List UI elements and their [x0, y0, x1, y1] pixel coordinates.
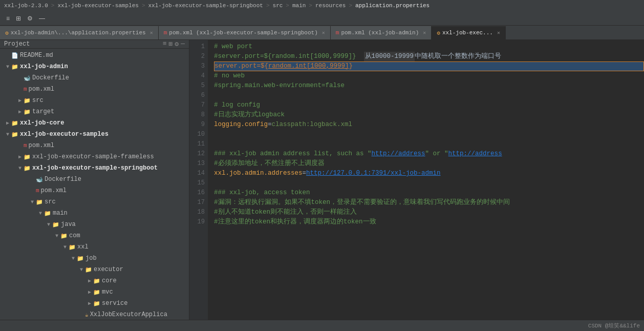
title-bar: xxl-job-2.3.0 > xxl-job-executor-samples…	[0, 0, 644, 11]
tab-app-properties-admin[interactable]: ⚙ xxl-job-admin\...\application.properti…	[0, 26, 159, 39]
docker-icon: 🐋	[36, 176, 43, 183]
settings-button[interactable]: ⚙	[25, 14, 35, 23]
tree-item-xxl-job-admin[interactable]: ▼ 📁 xxl-job-admin	[0, 61, 189, 72]
collapse-all-button[interactable]: ≡	[4, 14, 12, 23]
tree-item-pom3[interactable]: m pom.xml	[0, 185, 189, 196]
code-line-13: #必须添加地址，不然注册不上调度器	[214, 159, 644, 169]
arrow: ▶	[86, 289, 93, 295]
tab-close-icon[interactable]: ✕	[423, 30, 426, 36]
java-file-icon: ☕	[85, 312, 89, 318]
tree-item-executor[interactable]: ▼ 📁 executor	[0, 264, 189, 275]
close-icon[interactable]: —	[181, 40, 185, 48]
tab-app-properties-active[interactable]: ⚙ xxl-job-exec... ✕	[432, 26, 506, 39]
springboot-label: xxl-job-executor-sample-springboot	[32, 164, 158, 172]
tree-item-xxl-job-core[interactable]: ▶ 📁 xxl-job-core	[0, 117, 189, 129]
close-panel-button[interactable]: —	[37, 14, 47, 23]
arrow: ▶	[16, 109, 24, 115]
xml-icon: m	[36, 188, 39, 194]
tab-label: xxl-job-admin\...\application.properties	[11, 30, 146, 36]
breadcrumb-part5: resources	[315, 3, 346, 9]
arrow-admin: ▼	[4, 64, 11, 70]
app-name: xxl-job-2.3.0	[4, 3, 48, 9]
editor: 12345 678910 1112131415 16171819 # web p…	[189, 40, 644, 320]
collapse-icon[interactable]: ≡	[163, 40, 167, 48]
tab-close-icon[interactable]: ✕	[497, 30, 500, 36]
expand-icon[interactable]: ⊞	[169, 40, 173, 48]
samples-label: xxl-job-executor-samples	[20, 131, 109, 138]
watermark-text: CSDN @坦笑&&life	[588, 322, 640, 329]
folder-icon: 📁	[24, 165, 31, 172]
tree-item-pom1[interactable]: m pom.xml	[0, 84, 189, 95]
arrow	[29, 177, 36, 182]
folder-icon: 📁	[60, 233, 68, 239]
executor-label: executor	[94, 266, 123, 273]
tab-close-icon[interactable]: ✕	[150, 30, 153, 36]
core-label: xxl-job-core	[20, 119, 64, 127]
tree-item-mvc[interactable]: ▶ 📁 mvc	[0, 286, 189, 298]
sidebar-header: Project ≡ ⊞ ⚙ —	[0, 40, 189, 49]
code-line-16: ### xxl-job, access token	[214, 188, 644, 198]
tree-item-dockerfile1[interactable]: 🐋 Dockerfile	[0, 72, 189, 84]
arrow	[78, 312, 85, 318]
line-numbers: 12345 678910 1112131415 16171819	[189, 40, 208, 320]
tree-item-target1[interactable]: ▶ 📁 target	[0, 106, 189, 117]
target-label: target	[32, 108, 54, 115]
readme-icon: 📄	[11, 52, 18, 59]
src-label: src	[32, 97, 44, 104]
xxl-label: xxl	[77, 243, 89, 251]
tree-item-dockerfile2[interactable]: 🐋 Dockerfile	[0, 174, 189, 185]
sidebar-title: Project	[4, 40, 30, 48]
folder-icon: 📁	[69, 244, 76, 251]
code-line-14: xxl.job.admin.addresses=http://127.0.0.1…	[214, 169, 644, 178]
tree-item-java[interactable]: ▼ 📁 java	[0, 219, 189, 230]
tree-item-core[interactable]: ▶ 📁 core	[0, 275, 189, 286]
code-content[interactable]: # web port #server.port=${random.int[100…	[208, 40, 644, 320]
docker-icon: 🐋	[24, 75, 31, 81]
xml-icon: m	[24, 142, 27, 149]
arrow: ▼	[16, 166, 24, 171]
arrow: ▼	[37, 211, 44, 216]
settings-icon[interactable]: ⚙	[175, 40, 179, 48]
tree-item-xxljobapp[interactable]: ☕ XxlJobExecutorApplica	[0, 309, 189, 320]
folder-icon: 📁	[36, 199, 43, 205]
folder-icon: 📁	[24, 154, 31, 160]
code-line-18: #别人不知道token则不能注入，否则一样能注入	[214, 208, 644, 217]
code-line-11	[214, 139, 644, 149]
tab-label: pom.xml (xxl-job-executor-sample-springb…	[169, 30, 317, 36]
tab-pom-springboot[interactable]: m pom.xml (xxl-job-executor-sample-sprin…	[159, 26, 331, 39]
props-icon: ⚙	[5, 30, 9, 36]
folder-icon: 📁	[85, 266, 92, 273]
tree-item-service[interactable]: ▶ 📁 service	[0, 298, 189, 309]
tree-item-pom2[interactable]: m pom.xml	[0, 140, 189, 151]
main-area: Project ≡ ⊞ ⚙ — 📄 README.md ▼ 📁 xxl-job-…	[0, 40, 644, 320]
tree-item-job[interactable]: ▼ 📁 job	[0, 253, 189, 264]
folder-icon: 📁	[11, 131, 18, 138]
tree-item-xxl-job-executor-samples[interactable]: ▼ 📁 xxl-job-executor-samples	[0, 129, 189, 140]
expand-all-button[interactable]: ⊞	[14, 14, 23, 23]
tab-pom-admin[interactable]: m pom.xml (xxl-job-admin) ✕	[331, 26, 432, 39]
src-label: src	[45, 198, 56, 205]
tab-close-icon[interactable]: ✕	[322, 30, 325, 36]
arrow: ▶	[4, 120, 11, 126]
status-bar: CSDN @坦笑&&life	[0, 320, 644, 331]
tree-item-src2[interactable]: ▼ 📁 src	[0, 196, 189, 208]
frameless-label: xxl-job-executor-sample-frameless	[32, 153, 154, 160]
code-line-4: # no web	[214, 71, 644, 81]
tree-item-xxl[interactable]: ▼ 📁 xxl	[0, 241, 189, 253]
tree-item-com[interactable]: ▼ 📁 com	[0, 230, 189, 241]
breadcrumb-part4: main	[292, 3, 306, 9]
folder-icon: 📁	[44, 210, 51, 217]
tree-item-src1[interactable]: ▶ 📁 src	[0, 95, 189, 106]
tree-item-main[interactable]: ▼ 📁 main	[0, 208, 189, 219]
tree-item-frameless[interactable]: ▶ 📁 xxl-job-executor-sample-frameless	[0, 151, 189, 162]
folder-icon: 📁	[11, 64, 18, 70]
arrow: ▶	[86, 300, 93, 306]
xxljobapp-label: XxlJobExecutorApplica	[90, 311, 167, 318]
tab-bar: ⚙ xxl-job-admin\...\application.properti…	[0, 26, 644, 40]
code-line-17: #漏洞：远程执行漏洞。如果不填token，登录是不需要验证的，意味着我们写代码跑…	[214, 198, 644, 208]
toolbar: ≡ ⊞ ⚙ —	[0, 11, 644, 26]
arrow	[16, 87, 24, 92]
tree-item-springboot[interactable]: ▼ 📁 xxl-job-executor-sample-springboot	[0, 162, 189, 174]
folder-icon: 📁	[24, 109, 31, 115]
tree-item-readme[interactable]: 📄 README.md	[0, 50, 189, 61]
